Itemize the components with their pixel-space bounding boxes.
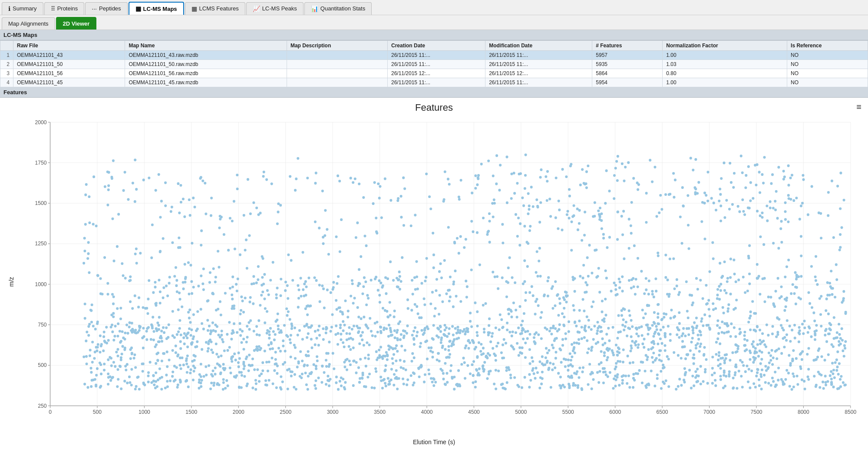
svg-point-131 — [726, 280, 729, 283]
svg-point-2419 — [147, 375, 149, 377]
svg-point-2374 — [358, 182, 360, 185]
svg-point-2159 — [469, 320, 472, 323]
svg-point-2171 — [460, 363, 463, 366]
tab-lcms-features[interactable]: ▦ LCMS Features — [185, 2, 245, 15]
table-row[interactable]: 3 OEMMA121101_56 OEMMA121101_56.raw.mzdb… — [0, 69, 868, 78]
cell-features: 5864 — [592, 69, 663, 78]
svg-point-2806 — [696, 368, 699, 370]
svg-point-1580 — [487, 352, 489, 355]
svg-point-779 — [739, 359, 742, 362]
svg-point-1205 — [158, 324, 160, 327]
svg-point-297 — [332, 352, 334, 355]
svg-point-1319 — [670, 317, 672, 320]
svg-point-125 — [317, 344, 320, 346]
svg-point-2866 — [359, 358, 362, 360]
tab-lcms-maps[interactable]: ▦ LC-MS Maps — [129, 2, 184, 15]
svg-point-1729 — [276, 287, 278, 289]
svg-point-2885 — [789, 198, 792, 201]
svg-point-2878 — [584, 291, 586, 294]
svg-point-421 — [188, 198, 191, 201]
tab-lcms-peaks[interactable]: 📈 LC-MS Peaks — [246, 2, 304, 15]
svg-point-1464 — [825, 340, 828, 343]
tab-lcms-maps-label: LC-MS Maps — [143, 6, 177, 12]
svg-point-2714 — [654, 277, 657, 280]
table-row[interactable]: 4 OEMMA121101_45 OEMMA121101_45.raw.mzdb… — [0, 78, 868, 87]
svg-point-2697 — [577, 228, 579, 231]
svg-point-1901 — [442, 200, 445, 202]
svg-point-1478 — [684, 357, 687, 360]
svg-point-2395 — [606, 348, 608, 350]
svg-point-2434 — [134, 253, 137, 255]
svg-point-2590 — [518, 305, 521, 308]
table-row[interactable]: 2 OEMMA121101_50 OEMMA121101_50.raw.mzdb… — [0, 60, 868, 69]
svg-point-1553 — [190, 280, 193, 283]
tab-summary[interactable]: ℹ Summary — [2, 2, 43, 15]
svg-point-1700 — [807, 378, 810, 381]
svg-point-2257 — [452, 343, 455, 346]
tab-quant-stats[interactable]: 📊 Quantitation Stats — [304, 2, 372, 15]
svg-point-1307 — [695, 317, 698, 319]
svg-point-2856 — [761, 277, 764, 280]
svg-point-1611 — [285, 307, 288, 310]
svg-point-1732 — [238, 357, 241, 360]
svg-text:6000: 6000 — [609, 409, 621, 415]
svg-point-1158 — [653, 385, 656, 387]
svg-point-2239 — [660, 387, 663, 390]
svg-point-1045 — [289, 318, 291, 321]
svg-point-1311 — [268, 333, 271, 336]
sub-tab-map-alignments[interactable]: Map Alignments — [2, 17, 55, 30]
svg-point-1187 — [614, 368, 616, 370]
svg-point-88 — [801, 323, 804, 325]
svg-point-1875 — [699, 345, 701, 348]
svg-point-2408 — [687, 333, 690, 336]
svg-point-2798 — [243, 375, 246, 378]
svg-point-606 — [730, 323, 733, 325]
svg-point-1395 — [727, 307, 729, 310]
table-row[interactable]: 1 OEMMA121101_43 OEMMA121101_43.raw.mzdb… — [0, 51, 868, 60]
svg-point-2585 — [501, 383, 504, 385]
hamburger-menu[interactable]: ≡ — [856, 102, 861, 112]
svg-point-1420 — [657, 322, 659, 325]
svg-point-169 — [703, 238, 706, 240]
svg-point-1159 — [540, 311, 543, 314]
tab-peptides[interactable]: ··· Peptides — [85, 2, 127, 15]
svg-point-1595 — [131, 353, 133, 355]
svg-point-137 — [521, 386, 523, 389]
svg-point-1649 — [748, 244, 751, 247]
svg-point-159 — [820, 325, 822, 327]
svg-point-2755 — [273, 339, 276, 341]
svg-point-2498 — [184, 277, 187, 280]
svg-point-1810 — [458, 252, 460, 254]
svg-point-2656 — [287, 310, 290, 313]
svg-point-2266 — [782, 380, 784, 383]
svg-point-1606 — [491, 335, 493, 338]
svg-point-1643 — [771, 363, 774, 366]
svg-point-357 — [395, 369, 398, 372]
svg-point-3017 — [236, 174, 238, 176]
svg-point-1802 — [564, 290, 567, 293]
svg-point-1455 — [640, 270, 643, 273]
cell-norm-factor: 1.00 — [663, 78, 787, 87]
svg-point-2057 — [282, 345, 284, 347]
svg-point-1441 — [300, 376, 303, 379]
svg-point-2967 — [692, 169, 694, 172]
svg-point-2939 — [738, 210, 741, 213]
svg-point-508 — [564, 358, 567, 361]
tab-proteins[interactable]: ⠿ Proteins — [44, 2, 85, 15]
svg-point-922 — [735, 299, 738, 301]
svg-point-767 — [552, 346, 554, 349]
svg-point-1673 — [550, 386, 552, 389]
svg-point-1564 — [722, 386, 725, 389]
svg-point-580 — [838, 344, 840, 346]
svg-point-1959 — [276, 222, 279, 225]
svg-point-2897 — [658, 211, 660, 214]
svg-point-2679 — [647, 383, 650, 386]
sub-tab-2d-viewer[interactable]: 2D Viewer — [56, 17, 97, 30]
svg-point-2874 — [599, 330, 602, 333]
svg-point-1010 — [548, 198, 551, 200]
svg-point-192 — [622, 210, 625, 212]
svg-point-2495 — [310, 346, 313, 349]
svg-point-166 — [265, 361, 268, 363]
svg-point-1908 — [836, 185, 839, 188]
svg-point-2538 — [607, 327, 610, 330]
